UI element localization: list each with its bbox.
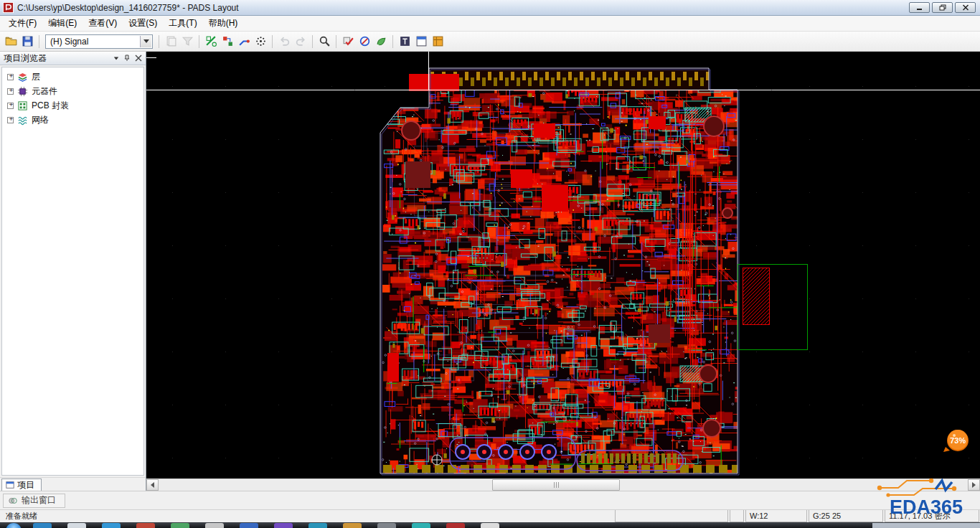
menu-setup[interactable]: 设置(S) [123,15,163,32]
layer-select[interactable]: (H) Signal [45,34,153,49]
status-coords-field: 11.17, 17.03 密尔 [885,510,979,522]
status-message: 准备就绪 [0,511,37,522]
expand-icon[interactable] [7,117,14,123]
tree-item-layers[interactable]: 层 [2,70,143,84]
taskbar-app-icon[interactable] [377,523,396,528]
scroll-left-icon[interactable] [146,479,159,491]
sheets-icon[interactable] [163,34,179,50]
verify-clearance-icon[interactable] [357,34,372,50]
toolbar-separator [39,35,39,48]
restore-button[interactable] [932,2,953,13]
layers-icon [17,72,28,82]
undo-icon[interactable] [276,34,292,50]
project-browser-header: 项目浏览器 [0,52,146,65]
progress-badge[interactable]: 73% [943,428,971,454]
menu-bar: 文件(F) 编辑(E) 查看(V) 设置(S) 工具(T) 帮助(H) [0,16,980,32]
taskbar-app-icon[interactable] [446,523,465,528]
layer-select-value: (H) Signal [50,37,88,47]
tree-item-pcb-decals[interactable]: PCB 封装 [2,98,143,113]
tree-item-label: 元器件 [32,85,57,98]
minimize-button[interactable] [909,2,930,13]
tab-project[interactable]: 项目 [1,478,42,491]
window-tile-icon[interactable] [413,34,429,50]
toolbar-separator [392,35,393,48]
close-button[interactable] [955,2,976,13]
expand-icon[interactable] [7,88,14,95]
project-tab-icon [6,481,14,489]
progress-badge-text: 73% [950,436,966,445]
output-window-label: 输出窗口 [22,494,56,506]
filter-icon[interactable] [179,34,195,50]
ole-object-icon[interactable] [430,34,446,50]
pin-icon[interactable] [123,55,131,62]
output-window-bar: 输出窗口 [0,491,980,509]
menu-view[interactable]: 查看(V) [83,15,123,32]
save-file-icon[interactable] [19,34,35,50]
panel-menu-icon[interactable] [114,57,118,60]
component-icon [17,86,28,97]
tree-item-label: PCB 封装 [32,100,69,112]
status-field-1 [730,510,744,522]
route-toolbar-icon[interactable] [236,34,252,50]
taskbar-app-icon[interactable] [33,523,52,528]
start-button[interactable] [6,523,22,528]
panel-tab-strip: 项目 [0,477,146,491]
minimize-icon [916,4,923,11]
title-bar: C:\Users\yp\Desktop\design_1416027759* -… [0,0,980,16]
taskbar-tray[interactable] [872,523,980,528]
expand-icon[interactable] [7,103,14,109]
project-browser-title: 项目浏览器 [4,52,47,65]
text-editor-icon[interactable] [397,34,413,50]
taskbar-app-icon[interactable] [412,523,430,528]
eco-mode-icon[interactable] [373,34,389,50]
output-window-icon [8,496,18,506]
output-window-tab[interactable]: 输出窗口 [3,494,65,508]
zoom-icon[interactable] [316,34,332,50]
close-icon [962,4,969,11]
menu-edit[interactable]: 编辑(E) [42,15,83,32]
taskbar-app-icon[interactable] [205,523,224,528]
pads-layout-window: C:\Users\yp\Desktop\design_1416027759* -… [0,0,980,528]
window-title: C:\Users\yp\Desktop\design_1416027759* -… [17,3,239,13]
status-width-field: W:12 [745,510,807,522]
taskbar-app-icon[interactable] [343,523,362,528]
taskbar-icons[interactable] [33,523,499,528]
toolbar-separator [336,35,336,48]
tree-item-components[interactable]: 元器件 [2,84,143,98]
menu-help[interactable]: 帮助(H) [203,15,244,32]
tab-project-label: 项目 [17,479,34,491]
taskbar-app-icon[interactable] [308,523,327,528]
panel-close-icon[interactable] [135,55,142,62]
redo-icon[interactable] [293,34,308,50]
tree-item-nets[interactable]: 网络 [2,113,143,127]
h-scrollbar[interactable] [146,478,980,491]
taskbar-app-icon[interactable] [171,523,189,528]
taskbar-app-icon[interactable] [274,523,293,528]
toolbar-separator [159,35,159,48]
pcb-canvas[interactable] [146,52,980,478]
design-toolbar-icon[interactable] [220,34,235,50]
taskbar-app-icon[interactable] [102,523,121,528]
taskbar-app-icon[interactable] [136,523,155,528]
nets-icon [17,115,28,126]
project-browser-panel: 项目浏览器 层 元器件 PCB 封装 [0,52,146,491]
taskbar-app-icon[interactable] [481,523,499,528]
open-file-icon[interactable] [3,34,19,50]
menu-file[interactable]: 文件(F) [3,15,42,32]
drafting-toolbar-icon[interactable] [203,34,219,50]
tree-item-label: 网络 [32,114,49,126]
tree-item-label: 层 [32,71,40,83]
scroll-right-icon[interactable] [968,479,980,491]
menu-tools[interactable]: 工具(T) [163,15,202,32]
taskbar[interactable] [0,522,980,528]
pcb-workspace[interactable] [146,52,980,478]
verify-design-icon[interactable] [340,34,356,50]
toolbar-separator [199,35,199,48]
chevron-down-icon[interactable] [140,36,151,47]
taskbar-app-icon[interactable] [67,523,86,528]
status-grid-field: G:25 25 [809,510,883,522]
expand-icon[interactable] [7,74,14,80]
bga-toolbar-icon[interactable] [253,34,268,50]
taskbar-app-icon[interactable] [240,523,258,528]
h-scrollbar-thumb[interactable] [492,479,620,491]
